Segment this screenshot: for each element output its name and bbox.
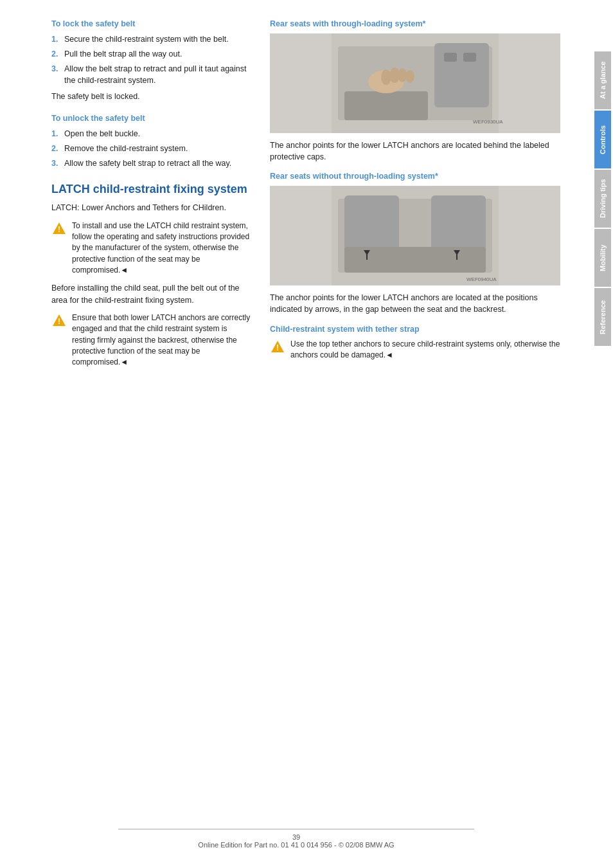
- warning-text-2: Ensure that both lower LATCH anchors are…: [72, 312, 251, 368]
- sidebar-tab-driving-tips[interactable]: Driving tips: [594, 170, 611, 228]
- latch-title: LATCH child-restraint fixing system: [51, 182, 251, 197]
- rear-without-heading: Rear seats without through-loading syste…: [270, 172, 560, 181]
- lock-heading: To lock the safety belt: [51, 19, 251, 28]
- rear-without-image: WEF0940UA: [270, 186, 560, 285]
- lock-note: The safety belt is locked.: [51, 91, 251, 102]
- latch-intro: LATCH: Lower Anchors and Tethers for CHi…: [51, 202, 251, 213]
- lock-step-2: 2. Pull the belt strap all the way out.: [51, 48, 251, 60]
- warning-icon-1: !: [51, 221, 67, 236]
- unlock-steps-list: 1. Open the belt buckle. 2. Remove the c…: [51, 128, 251, 169]
- page-footer: 39 Online Edition for Part no. 01 41 0 0…: [0, 829, 592, 849]
- tether-warning-block: ! Use the top tether anchors to secure c…: [270, 339, 560, 361]
- warning-icon-2: !: [51, 312, 67, 328]
- svg-text:WEF0930UA: WEF0930UA: [473, 119, 503, 125]
- lock-step-1: 1. Secure the child-restraint system wit…: [51, 33, 251, 45]
- svg-point-11: [398, 68, 407, 82]
- svg-text:!: !: [58, 225, 60, 234]
- unlock-step-2: 2. Remove the child-restraint system.: [51, 143, 251, 154]
- svg-rect-14: [463, 53, 476, 62]
- svg-text:!: !: [58, 317, 60, 326]
- rear-with-image: WEF0930UA: [270, 33, 560, 133]
- rear-with-heading: Rear seats with through-loading system*: [270, 19, 560, 28]
- footer-divider: [118, 829, 474, 829]
- page-number: 39: [292, 833, 300, 841]
- sidebar-tab-controls[interactable]: Controls: [594, 111, 611, 168]
- sidebar-tab-at-a-glance[interactable]: At a glance: [594, 51, 611, 109]
- lock-steps-list: 1. Secure the child-restraint system wit…: [51, 33, 251, 87]
- svg-point-12: [405, 70, 414, 83]
- warning-text-1: To install and use the LATCH child restr…: [72, 221, 251, 276]
- rear-without-caption: The anchor points for the lower LATCH an…: [270, 292, 560, 315]
- svg-rect-6: [434, 43, 489, 107]
- sidebar-tab-mobility[interactable]: Mobility: [594, 229, 611, 287]
- sidebar-tab-reference[interactable]: Reference: [594, 288, 611, 346]
- tether-warning-icon: !: [270, 339, 285, 354]
- svg-rect-13: [444, 53, 457, 62]
- svg-text:!: !: [276, 343, 279, 352]
- warning-block-1: ! To install and use the LATCH child res…: [51, 221, 251, 276]
- unlock-step-3: 3. Allow the safety belt strap to retrac…: [51, 158, 251, 169]
- belt-note: Before installing the child seat, pull t…: [51, 282, 251, 305]
- tether-heading: Child-restraint system with tether strap: [270, 325, 560, 334]
- warning-block-2: ! Ensure that both lower LATCH anchors a…: [51, 312, 251, 368]
- lock-step-3: 3. Allow the belt strap to retract and p…: [51, 63, 251, 86]
- svg-rect-7: [344, 91, 428, 120]
- sidebar: At a glance Controls Driving tips Mobili…: [592, 0, 613, 868]
- unlock-heading: To unlock the safety belt: [51, 114, 251, 123]
- rear-with-caption: The anchor points for the lower LATCH an…: [270, 140, 560, 163]
- unlock-step-1: 1. Open the belt buckle.: [51, 128, 251, 140]
- tether-warning-text: Use the top tether anchors to secure chi…: [290, 339, 560, 361]
- svg-text:WEF0940UA: WEF0940UA: [466, 276, 497, 282]
- footer-text: Online Edition for Part no. 01 41 0 014 …: [198, 841, 394, 849]
